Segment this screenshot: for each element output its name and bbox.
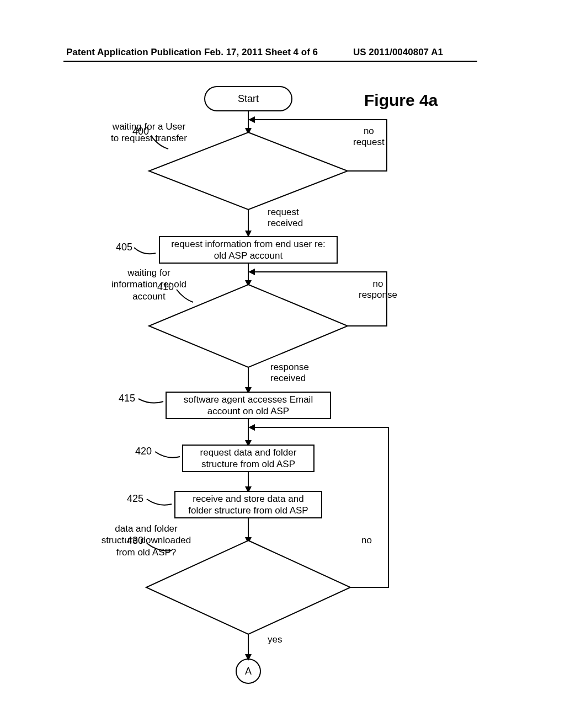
process-405-text: request information from end user re: ol… xyxy=(171,238,326,262)
header-mid: Feb. 17, 2011 Sheet 4 of 6 xyxy=(204,47,318,58)
start-terminal: Start xyxy=(204,86,292,111)
edge-response-received: response received xyxy=(270,362,309,384)
flowchart: Start waiting for a User to request tran… xyxy=(66,83,486,673)
process-415-text: software agent accesses Email account on… xyxy=(184,394,313,417)
connector-a: A xyxy=(236,659,261,684)
edge-no-request: no request xyxy=(353,126,385,148)
edge-yes: yes xyxy=(268,634,282,645)
header-right: US 2011/0040807 A1 xyxy=(353,47,443,58)
ref-415: 415 xyxy=(119,393,135,404)
ref-410: 410 xyxy=(157,281,174,293)
process-420-text: request data and folder structure from o… xyxy=(200,447,297,470)
process-415: software agent accesses Email account on… xyxy=(166,392,331,419)
process-405: request information from end user re: ol… xyxy=(159,236,338,264)
ref-430: 430 xyxy=(127,535,143,547)
header-left: Patent Application Publication xyxy=(66,47,201,58)
process-425: receive and store data and folder struct… xyxy=(174,491,322,518)
process-420: request data and folder structure from o… xyxy=(182,445,315,472)
ref-420: 420 xyxy=(135,446,152,457)
ref-405: 405 xyxy=(116,242,132,253)
edge-request-received: request received xyxy=(268,207,303,229)
edge-no: no xyxy=(361,535,372,546)
header-rule xyxy=(63,61,477,62)
ref-400: 400 xyxy=(132,126,149,137)
process-425-text: receive and store data and folder struct… xyxy=(188,493,308,517)
ref-425: 425 xyxy=(127,493,143,505)
edge-no-response: no response xyxy=(359,279,397,301)
start-label: Start xyxy=(238,93,259,105)
connector-label: A xyxy=(245,666,252,677)
